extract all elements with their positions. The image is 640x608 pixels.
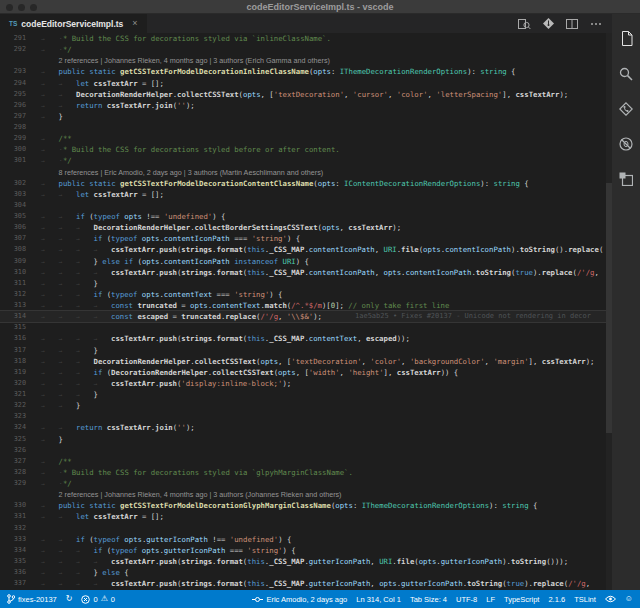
code-line[interactable]: 293→public static getCSSTextForModelDeco… <box>0 66 612 77</box>
tslint-status[interactable]: TSLint <box>574 595 596 604</box>
code-line[interactable]: 296→→return cssTextArr.join(''); <box>0 100 612 111</box>
gitlens-blame-status[interactable]: Eric Amodio, 2 days ago <box>252 595 347 604</box>
code-line[interactable]: 298 <box>0 122 612 133</box>
tab-whitespace-arrow: → <box>41 78 59 89</box>
code-line[interactable]: 292→·*/ <box>0 44 612 55</box>
codelens-text[interactable]: 8 references | Eric Amodio, 2 days ago |… <box>41 168 323 177</box>
tab-whitespace-arrow: → <box>76 256 94 267</box>
tab-whitespace-arrow: → <box>59 89 77 100</box>
code-line[interactable]: 311→→→} <box>0 278 612 289</box>
split-editor-icon[interactable] <box>566 19 578 29</box>
git-branch-indicator[interactable]: fixes-20137 <box>7 594 57 604</box>
line-number: 299 <box>0 133 26 144</box>
code-line[interactable]: 314→→→→const escaped = truncated.replace… <box>0 311 612 322</box>
tab-whitespace-arrow: → <box>41 111 59 122</box>
code-line[interactable]: 294→→let cssTextArr = []; <box>0 78 612 89</box>
code-line[interactable]: 326 <box>0 445 612 456</box>
open-preview-icon[interactable] <box>518 18 531 30</box>
code-line[interactable]: 295→→DecorationRenderHelper.collectCSSTe… <box>0 89 612 100</box>
more-actions-icon[interactable] <box>590 22 602 26</box>
source-control-icon[interactable] <box>612 91 640 126</box>
code-line[interactable]: 291→·* Build the CSS for decorations sty… <box>0 33 612 44</box>
code-line[interactable]: 297→} <box>0 111 612 122</box>
debug-icon[interactable] <box>612 126 640 161</box>
feedback-smiley-icon[interactable]: ☺ <box>625 595 633 603</box>
tab-whitespace-arrow: → <box>41 278 59 289</box>
tab-whitespace-arrow: → <box>94 311 112 322</box>
codelens-row[interactable]: 2 references | Johannes Rieken, 4 months… <box>0 489 612 500</box>
code-line[interactable]: 319→→→if (DecorationRenderHelper.collect… <box>0 367 612 378</box>
code-line[interactable]: 305→→if (typeof opts !== 'undefined') { <box>0 211 612 222</box>
code-line[interactable]: 317→→→} <box>0 345 612 356</box>
language-mode[interactable]: TypeScript <box>504 595 539 604</box>
code-line[interactable]: 308→→→→cssTextArr.push(strings.format(th… <box>0 244 612 255</box>
code-line[interactable]: 330→public static getCSSTextForModelDeco… <box>0 500 612 511</box>
code-line[interactable]: 306→→→DecorationRenderHelper.collectBord… <box>0 222 612 233</box>
code-line[interactable]: 323 <box>0 411 612 422</box>
code-line[interactable]: 318→→→DecorationRenderHelper.collectCSST… <box>0 356 612 367</box>
code-line[interactable]: 304 <box>0 200 612 211</box>
gitlens-icon[interactable] <box>543 18 554 29</box>
code-line[interactable]: 324→→return cssTextArr.join(''); <box>0 422 612 433</box>
code-line[interactable]: 307→→→if (typeof opts.contentIconPath ==… <box>0 233 612 244</box>
code-line[interactable]: 337→→→→cssTextArr.push(strings.format(th… <box>0 578 612 589</box>
scrollbar-thumb[interactable] <box>606 183 612 433</box>
code-line[interactable]: 315 <box>0 322 612 333</box>
files-icon[interactable] <box>612 21 640 56</box>
eye-icon[interactable] <box>605 595 616 603</box>
code-line[interactable]: 313→→→→const truncated = opts.contentTex… <box>0 300 612 311</box>
code-line[interactable]: 335→→→→cssTextArr.push(strings.format(th… <box>0 556 612 567</box>
codelens-row[interactable]: 8 references | Eric Amodio, 2 days ago |… <box>0 167 612 178</box>
code-line[interactable]: 302→public static getCSSTextForModelDeco… <box>0 178 612 189</box>
codelens-text[interactable]: 2 references | Johannes Rieken, 4 months… <box>41 490 342 499</box>
code-line[interactable]: 316→→→→cssTextArr.push(strings.format(th… <box>0 333 612 344</box>
sync-icon[interactable]: ↻ <box>66 595 73 603</box>
zoom-window-button[interactable] <box>30 4 37 11</box>
codelens-row[interactable]: 2 references | Johannes Rieken, 4 months… <box>0 55 612 66</box>
code-line[interactable]: 300→·* Build the CSS for decorations sty… <box>0 144 612 155</box>
code-line[interactable]: 322→→} <box>0 400 612 411</box>
tab-size-indicator[interactable]: Tab Size: 4 <box>410 595 447 604</box>
cursor-position[interactable]: Ln 314, Col 1 <box>356 595 401 604</box>
close-window-button[interactable] <box>6 4 13 11</box>
code-area: 291→·* Build the CSS for decorations sty… <box>0 33 612 589</box>
warning-count: 0 <box>111 595 115 604</box>
code-line[interactable]: 299→/** <box>0 133 612 144</box>
minimize-window-button[interactable] <box>18 4 25 11</box>
code-line[interactable]: 310→→→→cssTextArr.push(strings.format(th… <box>0 267 612 278</box>
code-line[interactable]: 327→/** <box>0 456 612 467</box>
tab-whitespace-arrow: → <box>76 267 94 278</box>
encoding-indicator[interactable]: UTF-8 <box>456 595 477 604</box>
extensions-icon[interactable] <box>612 161 640 196</box>
code-line[interactable]: 331→→let cssTextArr = []; <box>0 511 612 522</box>
tab-whitespace-arrow: → <box>76 244 94 255</box>
code-line[interactable]: 301→·*/ <box>0 155 612 166</box>
code-line[interactable]: 325→} <box>0 434 612 445</box>
code-line[interactable]: 332 <box>0 523 612 534</box>
editor-scrollbar[interactable] <box>606 33 612 590</box>
code-line[interactable]: 328→·* Build the CSS for decorations sty… <box>0 467 612 478</box>
code-line[interactable]: 309→→→} else if (opts.contentIconPath in… <box>0 256 612 267</box>
code-line[interactable]: 321→→→} <box>0 389 612 400</box>
code-line[interactable]: 333→→if (typeof opts.gutterIconPath !== … <box>0 534 612 545</box>
codelens-text[interactable]: 2 references | Johannes Rieken, 4 months… <box>41 56 330 65</box>
tab-codeeditorserviceimpl[interactable]: TS codeEditorServiceImpl.ts × <box>0 14 147 33</box>
close-tab-icon[interactable]: × <box>132 19 137 28</box>
tab-whitespace-arrow: → <box>41 456 59 467</box>
code-line[interactable]: 320→→→→cssTextArr.push('display:inline-b… <box>0 378 612 389</box>
code-line[interactable]: 336→→→} else { <box>0 567 612 578</box>
code-line[interactable]: 303→→let cssTextArr = []; <box>0 189 612 200</box>
line-number: 310 <box>0 267 26 278</box>
eol-indicator[interactable]: LF <box>486 595 495 604</box>
code-editor[interactable]: 291→·* Build the CSS for decorations sty… <box>0 33 612 590</box>
line-number: 300 <box>0 144 26 155</box>
tab-whitespace-arrow: → <box>76 345 94 356</box>
code-line[interactable]: 329→·*/ <box>0 478 612 489</box>
search-icon[interactable] <box>612 56 640 91</box>
code-line[interactable]: 312→→→if (typeof opts.contentText === 's… <box>0 289 612 300</box>
line-number: 337 <box>0 578 26 589</box>
problems-indicator[interactable]: 0 ⚠ 0 <box>81 595 115 604</box>
code-line[interactable]: 334→→→if (typeof opts.gutterIconPath ===… <box>0 545 612 556</box>
tab-whitespace-arrow: → <box>59 578 77 589</box>
typescript-version[interactable]: 2.1.6 <box>548 595 565 604</box>
